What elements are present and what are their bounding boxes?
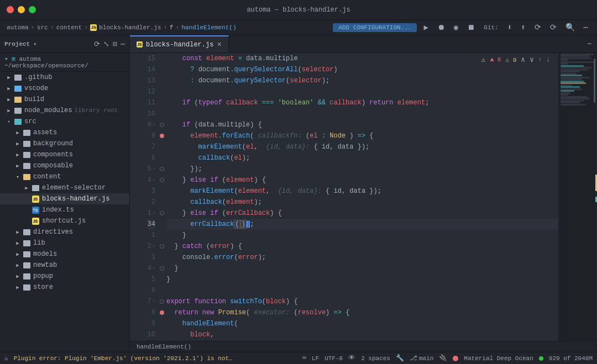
code-line-13: : document.querySelector(selector); — [166, 75, 558, 86]
maximize-button[interactable] — [29, 6, 36, 13]
tab-blocks-handler[interactable]: JS blocks-handler.js × — [130, 35, 229, 52]
coverage-icon[interactable]: ◉ — [452, 22, 460, 33]
status-lf[interactable]: LF — [312, 355, 319, 362]
breadcrumb-bar: automa › src › content › JS blocks-handl… — [0, 20, 597, 35]
debug-icon[interactable]: ⏺ — [435, 22, 447, 33]
memory-label: 929 of 2048M — [549, 355, 593, 362]
plugin-error-text[interactable]: Plugin error: Plugin 'Ember.js' (version… — [14, 355, 235, 362]
tree-item-src[interactable]: ▾ src — [0, 116, 129, 127]
breadcrumb-actions: ADD CONFIGURATION... ▶ ⏺ ◉ ⏹ Git: ⬇ ⬆ ⟳ … — [333, 22, 590, 33]
gutter-line: 10 — [148, 329, 155, 340]
tree-item-vscode[interactable]: ▶ vscode — [0, 83, 129, 94]
git-push-icon[interactable]: ⬆ — [519, 22, 527, 33]
warn-count[interactable]: ⚠ 9 — [505, 56, 516, 64]
stop-icon[interactable]: ⏹ — [465, 22, 477, 33]
tree-item-components[interactable]: ▶ components — [0, 149, 129, 160]
gutter-line: 3 — [151, 186, 155, 197]
error-count[interactable]: ▲ 8 — [490, 56, 501, 63]
breadcrumb-automa[interactable]: automa — [7, 24, 29, 31]
gutter-line: 13 — [148, 75, 155, 86]
code-line-2: callback(element); — [166, 197, 558, 208]
breadcrumb-label: src — [37, 24, 48, 31]
breadcrumb-function[interactable]: f — [170, 24, 174, 31]
run-icon[interactable]: ▶ — [421, 22, 430, 33]
code-line-1: } else if (errCallback) { — [166, 208, 558, 219]
tree-label: element-selector — [42, 184, 106, 192]
folder-icon — [22, 250, 31, 259]
folder-icon — [13, 106, 22, 115]
tree-item-build[interactable]: ▶ build — [0, 94, 129, 105]
status-memory[interactable]: 929 of 2048M — [549, 355, 593, 362]
tab-close-button[interactable]: × — [217, 40, 221, 49]
folder-icon — [22, 161, 31, 170]
breadcrumb-file[interactable]: JS blocks-handler.js — [90, 24, 161, 31]
sidebar-actions: ⟳ ⤡ ⊟ ⋯ — [94, 40, 125, 49]
status-branch[interactable]: ⎇ main — [410, 354, 433, 362]
status-theme[interactable]: Material Deep Ocean — [464, 355, 533, 362]
sidebar: ▾ ⊞ automa ~/workspace/opensource/ ▶ .gi… — [0, 53, 130, 352]
breadcrumb-src[interactable]: src — [37, 24, 48, 31]
tree-arrow-icon: ▶ — [13, 229, 22, 235]
tab-more-button[interactable]: ⋯ — [582, 35, 597, 52]
search-icon[interactable]: 🔍 — [563, 22, 577, 33]
js-file-icon: JS — [90, 24, 97, 31]
tree-item-lib[interactable]: ▶ lib — [0, 238, 129, 249]
gutter-line: 6 — [151, 152, 155, 163]
code-line-console: console.error(error); — [166, 252, 558, 263]
indent-label: 2 spaces — [361, 355, 390, 362]
tree-item-github[interactable]: ▶ .github — [0, 72, 129, 83]
tree-item-composable[interactable]: ▶ composable — [0, 160, 129, 171]
breakpoint-dot — [160, 134, 164, 138]
git-action2-icon[interactable]: ⟳ — [548, 22, 559, 33]
tab-bar: Project ▾ ⟳ ⤡ ⊟ ⋯ JS blocks-handler.js ×… — [0, 35, 597, 53]
breakpoint-ring — [160, 211, 164, 215]
breadcrumb-content[interactable]: content — [56, 24, 82, 31]
tree-item-node-modules[interactable]: ▶ node_modules library root — [0, 105, 129, 116]
code-line-return-new: return new Promise( executor: (resolve) … — [166, 307, 558, 318]
tree-item-content[interactable]: ▾ content — [0, 171, 129, 182]
dots-icon[interactable]: ⋯ — [121, 40, 125, 49]
tree-arrow-icon: ▾ — [4, 119, 13, 125]
more-icon[interactable]: ⋯ — [582, 22, 590, 33]
folder-icon — [22, 150, 31, 159]
folder-icon — [13, 117, 22, 126]
tree-item-element-selector[interactable]: ▶ element-selector — [0, 182, 129, 193]
tree-item-directives[interactable]: ▶ directives — [0, 226, 129, 238]
scroll-up-button[interactable]: ↑ — [538, 56, 542, 63]
tree-item-blocks-handler[interactable]: ▶ JS blocks-handler.js — [0, 193, 129, 204]
tree-item-shortcut[interactable]: ▶ JS shortcut.js — [0, 215, 129, 226]
tree-label: index.ts — [42, 206, 74, 214]
status-indent[interactable]: 2 spaces — [361, 355, 390, 362]
add-configuration-button[interactable]: ADD CONFIGURATION... — [333, 23, 417, 32]
tree-label: models — [33, 250, 57, 258]
tree-item-index[interactable]: ▶ TS index.ts — [0, 204, 129, 215]
status-vim-icon: ⌨ — [302, 354, 306, 362]
status-encoding[interactable]: UTF-8 — [324, 355, 343, 362]
tree-item-newtab[interactable]: ▶ newtab — [0, 260, 129, 271]
line-number-gutter: 15 14 13 12 11 10 9 › 8 7 6 5 › 4 › 3 2 … — [130, 53, 158, 341]
code-lines-container[interactable]: const element = data.multiple ? document… — [166, 53, 558, 341]
folder-icon — [22, 228, 31, 236]
ts-file-icon: TS — [31, 205, 40, 214]
tree-item-models[interactable]: ▶ models — [0, 249, 129, 260]
tree-arrow-icon: ▶ — [13, 240, 22, 246]
close-button[interactable] — [7, 6, 14, 13]
tree-item-background[interactable]: ▶ background — [0, 138, 129, 149]
breadcrumb-method[interactable]: handleElement() — [181, 24, 236, 31]
tree-label: vscode — [24, 85, 48, 92]
status-plugin-icon: 🔌 — [439, 354, 447, 362]
folder-icon — [22, 283, 31, 292]
collapse-icon[interactable]: ⊟ — [113, 40, 117, 49]
sync-icon[interactable]: ⟳ — [94, 40, 100, 49]
tree-item-store[interactable]: ▶ store — [0, 282, 129, 293]
scroll-down-button[interactable]: ↓ — [546, 56, 550, 63]
main-area: ▾ ⊞ automa ~/workspace/opensource/ ▶ .gi… — [0, 53, 597, 352]
tree-item-assets[interactable]: ▶ assets — [0, 127, 129, 138]
expand-icon[interactable]: ⤡ — [103, 40, 109, 49]
git-action1-icon[interactable]: ⟳ — [532, 22, 543, 33]
gutter-line: 9 — [151, 318, 155, 329]
tree-item-popup[interactable]: ▶ popup — [0, 271, 129, 282]
git-pull-icon[interactable]: ⬇ — [505, 22, 514, 33]
code-line-14: ? document.querySelectorAll(selector) — [166, 64, 558, 75]
minimize-button[interactable] — [18, 6, 25, 13]
